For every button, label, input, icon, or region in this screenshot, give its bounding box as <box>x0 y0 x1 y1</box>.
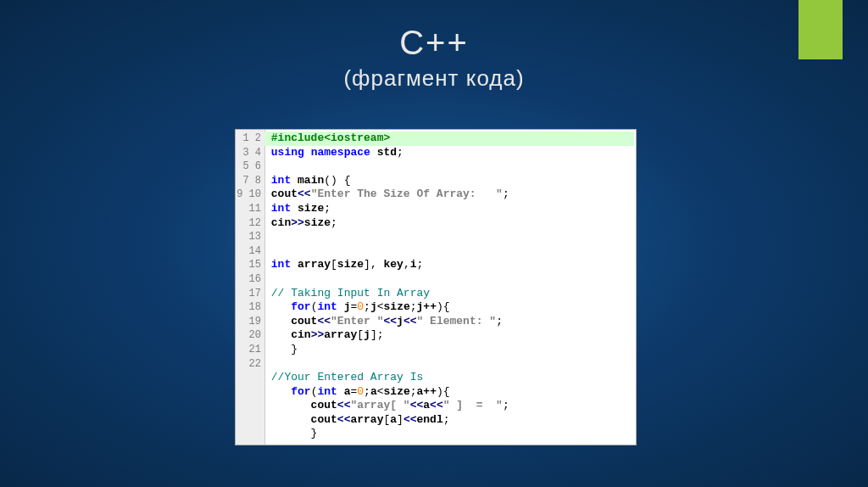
slide: C++ (фрагмент кода) 1 2 3 4 5 6 7 8 9 10… <box>0 0 868 487</box>
line-number-gutter: 1 2 3 4 5 6 7 8 9 10 11 12 13 14 15 16 1… <box>236 130 265 445</box>
line-numbers: 1 2 3 4 5 6 7 8 9 10 11 12 13 14 15 16 1… <box>236 132 264 371</box>
title-main: C++ <box>0 24 868 62</box>
slide-title: C++ (фрагмент кода) <box>0 24 868 92</box>
code-content: #include<iostream> using namespace std; … <box>264 132 634 441</box>
code-editor: 1 2 3 4 5 6 7 8 9 10 11 12 13 14 15 16 1… <box>235 129 637 445</box>
title-sub: (фрагмент кода) <box>0 65 868 92</box>
